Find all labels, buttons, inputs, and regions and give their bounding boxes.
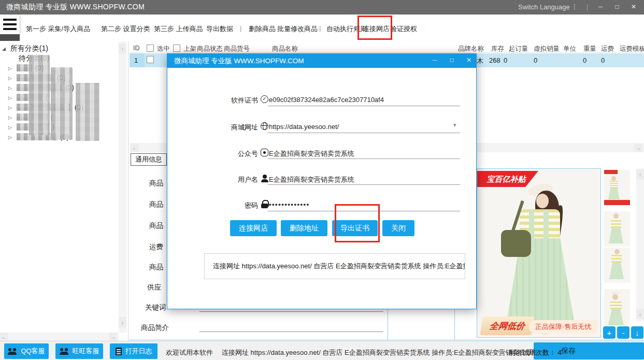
keywords-input[interactable] [199, 311, 383, 312]
toolbar-export-data[interactable]: 导出数据 [206, 24, 233, 34]
connection-info-text: 连接网址 https://data.yeesoo.net/ 自营店 E企盈招商裂… [222, 348, 539, 357]
more-menu-icon[interactable]: ⋮ [570, 3, 579, 10]
scroll-down-icon[interactable]: ↓ [119, 317, 126, 327]
toolbar-delete-product[interactable]: 删除商品 [249, 24, 276, 34]
toolbar-step1-import[interactable]: 第一步 采集/导入商品 [26, 24, 90, 34]
select-all-checkbox[interactable] [147, 45, 154, 52]
open-log-button[interactable]: 打开日志 [110, 343, 158, 359]
minimize-icon[interactable]: ─ [594, 3, 607, 10]
thumb-figure [609, 263, 624, 279]
thumbnail-2[interactable] [604, 211, 630, 247]
scroll-up-icon[interactable]: ↑ [636, 169, 644, 180]
username-value[interactable]: E企盈招商裂变营销卖货系统 [269, 175, 354, 184]
add-image-button[interactable]: + [603, 326, 616, 339]
user-icon [261, 175, 268, 182]
censored-region [51, 67, 73, 140]
remove-image-button[interactable]: - [617, 326, 629, 339]
hamburger-menu-icon[interactable] [0, 15, 20, 34]
tree-expanded-icon[interactable]: ◢ [2, 46, 6, 51]
official-account-value[interactable]: E企盈招商裂变营销卖货系统 [269, 149, 354, 159]
delete-address-button[interactable]: 删除地址 [281, 220, 327, 236]
guarantee-badge: 正品保障·售后无忧 [529, 320, 597, 334]
row-brand: 木 [477, 56, 483, 66]
field-underline [268, 106, 460, 106]
username-label: 用户名 [196, 175, 258, 184]
qq-support-button[interactable]: QQ客服 [4, 343, 49, 359]
certificate-value[interactable]: e09c02f387324e82a6c7ce2307710af4 [269, 96, 384, 104]
wangwang-support-label: 旺旺客服 [73, 347, 99, 356]
thumbnail-4[interactable] [604, 289, 630, 325]
official-account-label: 公众号 [196, 149, 258, 159]
tree-collapsed-icon[interactable]: ▷ [8, 125, 12, 130]
scroll-right-icon[interactable]: → [109, 333, 117, 341]
toolbar-separator: | [319, 24, 321, 32]
thumbnail-3[interactable] [604, 248, 630, 283]
connect-shop-button[interactable]: 连接网店 [230, 220, 277, 236]
detail-label: 商品 [149, 221, 163, 231]
close-icon[interactable]: ✕ [627, 3, 640, 10]
thumbnail-scrollbar[interactable] [636, 168, 644, 321]
thumb-figure [608, 188, 620, 199]
people-icon [8, 348, 17, 355]
toolbar-separator: | [240, 24, 241, 32]
thumb-figure [609, 228, 623, 243]
tab-general-info[interactable]: 通用信息 [131, 153, 167, 166]
wangwang-support-button[interactable]: 旺旺客服 [55, 343, 103, 359]
field-underline [268, 159, 460, 159]
url-dropdown-icon[interactable]: ▾ [453, 122, 456, 128]
dialog-close-icon[interactable]: ✕ [462, 56, 476, 64]
thumb-ribbon [604, 170, 618, 174]
promo-ribbon: 宝百亿补贴 [477, 171, 538, 187]
scroll-left-icon[interactable]: ← [0, 333, 8, 341]
scroll-right-icon[interactable]: → [634, 143, 642, 152]
face-shape [536, 194, 549, 208]
document-icon [116, 348, 122, 355]
product-photo: 宝百亿补贴 全网低价 正品保障·售后无忧 [477, 168, 601, 338]
scroll-down-icon[interactable]: ↓ [636, 309, 644, 319]
tree-collapsed-icon[interactable]: ▷ [8, 95, 12, 100]
toolbar-step3-upload[interactable]: 第三步 上传商品 [154, 24, 203, 34]
row-checkbox[interactable] [147, 56, 154, 63]
globe-icon [261, 122, 268, 130]
tree-collapsed-icon[interactable]: ▷ [8, 76, 12, 81]
sidebar-vscrollbar[interactable] [119, 41, 126, 333]
thumb-figure [608, 309, 624, 325]
onsale-all-checkbox[interactable] [173, 45, 180, 52]
tree-collapsed-icon[interactable]: ▷ [8, 115, 12, 120]
open-log-label: 打开日志 [125, 347, 152, 356]
scroll-up-icon[interactable]: ↑ [119, 44, 126, 54]
maximize-icon[interactable]: □ [610, 3, 624, 10]
dialog-minimize-icon[interactable]: ─ [428, 56, 441, 64]
tree-collapsed-icon[interactable]: ▷ [8, 66, 12, 71]
people-icon [60, 348, 69, 355]
certificate-check-icon: ✓ [261, 95, 268, 103]
sidebar-hscrollbar[interactable] [0, 333, 119, 341]
panel-bottom-border [130, 340, 644, 340]
switch-language-button[interactable]: Switch Language [518, 3, 570, 11]
dialog-maximize-icon[interactable]: □ [445, 56, 459, 64]
row-stock: 268 [489, 56, 500, 64]
tree-root-all-categories[interactable]: ◢ 所有分类(1) [2, 44, 48, 53]
connection-status-box: 连接网址 https://data.yeesoo.net/ 自营店 E企盈招商裂… [204, 253, 465, 279]
scroll-left-icon[interactable]: ← [131, 143, 139, 152]
col-header-id[interactable]: ID [133, 45, 140, 52]
tree-collapsed-icon[interactable]: ▷ [8, 105, 12, 110]
toolbar-batch-edit[interactable]: 批量修改商品 [277, 24, 318, 34]
toolbar-step2-category[interactable]: 第二步 设置分类 [101, 24, 150, 34]
tree-collapsed-icon[interactable]: ▷ [8, 85, 12, 91]
row-weight: 0 [583, 56, 586, 64]
tree-collapsed-icon[interactable]: ▷ [8, 135, 12, 140]
thumbnail-1[interactable] [604, 170, 630, 205]
category-sidebar: ◢ 所有分类(1) 待分类(0) ▷ (0) ▷ (0) ▷ (0) ▷ ( ▷ [0, 41, 128, 341]
description-input[interactable] [199, 332, 383, 332]
detail-label: 商品 [149, 200, 163, 209]
close-dialog-button[interactable]: 关闭 [382, 220, 414, 236]
toolbar-verify-license[interactable]: 验证授权 [390, 24, 417, 34]
official-account-icon [261, 149, 268, 156]
shop-url-value[interactable]: https://data.yeesoo.net/ [269, 123, 339, 131]
detail-label-description: 商品简介 [141, 323, 169, 333]
detail-label: 供应 [147, 283, 161, 292]
row-id: 1 [134, 56, 138, 64]
password-value[interactable]: ••••••••••••• [269, 200, 310, 208]
download-image-button[interactable]: ↓ [631, 326, 643, 339]
